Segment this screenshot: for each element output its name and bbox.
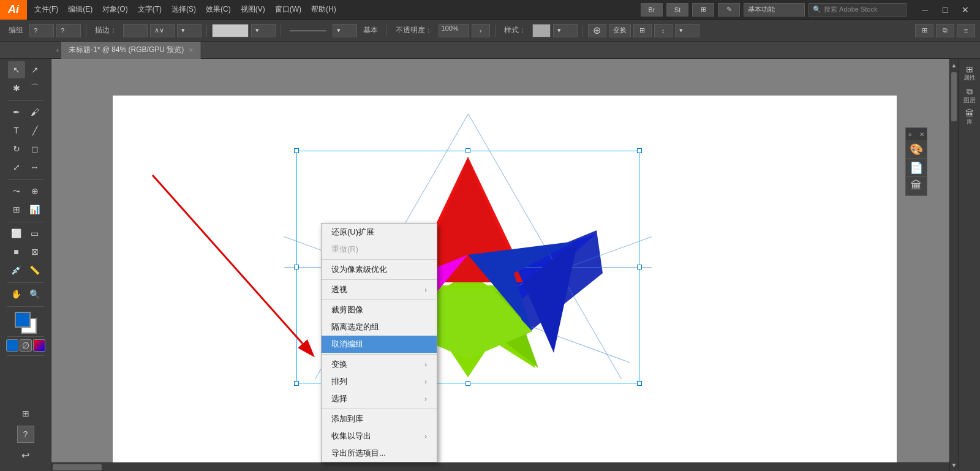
more-options[interactable]: ▾	[675, 24, 699, 37]
rp-layers[interactable]: ⧉ 图层	[960, 86, 979, 104]
handle-bottom-right[interactable]	[637, 381, 642, 386]
panel-btn[interactable]: ⧉	[936, 24, 954, 37]
width-tool[interactable]: ↔	[26, 159, 43, 176]
tab-scroll-left[interactable]: ‹	[54, 46, 61, 55]
transform-icon[interactable]: ⊕	[588, 24, 606, 37]
rp-libraries[interactable]: 🏛 库	[960, 108, 979, 126]
brush-tool[interactable]: 🖌	[26, 104, 43, 121]
symbol-tool[interactable]: ⊞	[8, 201, 25, 218]
measure-tool[interactable]: 📏	[26, 262, 43, 279]
align-icon[interactable]: ⊞	[633, 24, 652, 37]
cm-isolate[interactable]: 隔离选定的组	[322, 318, 437, 336]
handle-middle-right[interactable]	[637, 265, 642, 269]
artboard-tool[interactable]: ⬜	[8, 225, 25, 242]
style-swatch[interactable]	[532, 24, 551, 37]
vscroll-down[interactable]: ▼	[950, 459, 958, 471]
handle-top-right[interactable]	[637, 148, 642, 153]
question-btn[interactable]: ?	[17, 426, 34, 443]
fill-gradient[interactable]	[33, 339, 45, 352]
scale-tool[interactable]: ⤢	[8, 159, 25, 176]
opacity-more[interactable]: ›	[472, 24, 490, 37]
cm-select[interactable]: 选择 ›	[322, 390, 437, 407]
menu-view[interactable]: 视图(V)	[236, 0, 270, 19]
fill-none[interactable]: ∅	[20, 339, 32, 352]
color-swatch[interactable]	[212, 24, 249, 37]
mini-panel-document[interactable]: 📄	[906, 159, 927, 177]
tool-option-1[interactable]: ?	[29, 24, 54, 37]
close-button[interactable]: ✕	[956, 3, 975, 17]
tab-close-icon[interactable]: ×	[189, 46, 193, 55]
cm-arrange[interactable]: 排列 ›	[322, 373, 437, 390]
direct-select-tool[interactable]: ↗	[26, 61, 43, 78]
st-icon[interactable]: St	[666, 3, 688, 17]
fill-normal[interactable]	[6, 339, 18, 352]
minimize-button[interactable]: ─	[915, 3, 935, 17]
cm-pixel-optimize[interactable]: 设为像素级优化	[322, 261, 437, 278]
pen-tool-2[interactable]: ✒	[8, 104, 25, 121]
doc-tab-1[interactable]: 未标题-1* @ 84% (RGB/GPU 预览) ×	[61, 42, 201, 59]
column-tool[interactable]: 📊	[26, 201, 43, 218]
type-tool[interactable]: T	[8, 122, 25, 139]
vscroll-up[interactable]: ▲	[950, 59, 958, 71]
menu-file[interactable]: 文件(F)	[29, 0, 63, 19]
cm-redo[interactable]: 重做(R)	[322, 241, 437, 258]
menu-object[interactable]: 对象(O)	[97, 0, 132, 19]
transform-btn[interactable]: 变换	[609, 24, 631, 37]
vscroll-thumb[interactable]	[951, 72, 957, 121]
workspace-dropdown[interactable]: 基本功能	[744, 3, 805, 17]
mini-panel-libraries[interactable]: 🏛	[906, 177, 927, 195]
cm-undo[interactable]: 还原(U)扩展	[322, 224, 437, 241]
line-tool[interactable]: ╱	[26, 122, 43, 139]
hand-tool[interactable]: ✋	[8, 285, 25, 303]
menu-window[interactable]: 窗口(W)	[270, 0, 306, 19]
select-tool[interactable]: ↖	[8, 61, 25, 78]
rectangle-tool[interactable]: ▭	[26, 225, 43, 242]
cm-ungroup[interactable]: 取消编组	[322, 336, 437, 353]
handle-top-center[interactable]	[466, 148, 470, 153]
menu-text[interactable]: 文字(T)	[133, 0, 167, 19]
horizontal-scrollbar[interactable]	[51, 462, 949, 471]
eyedropper-tool[interactable]: 💉	[8, 262, 25, 279]
vertical-scrollbar[interactable]: ▲ ▼	[949, 59, 958, 471]
workspace-layout[interactable]: ⊞	[692, 3, 714, 17]
warp-tool[interactable]: ⤳	[8, 183, 25, 200]
handle-bottom-center[interactable]	[466, 381, 470, 386]
handle-middle-left[interactable]	[294, 265, 299, 269]
cm-addlib[interactable]: 添加到库	[322, 410, 437, 428]
stroke-unit[interactable]: ∧∨	[150, 24, 175, 37]
stroke-value[interactable]	[123, 24, 148, 37]
br-icon[interactable]: Br	[641, 3, 663, 17]
maximize-button[interactable]: □	[935, 3, 955, 17]
menu-edit[interactable]: 编辑(E)	[63, 0, 97, 19]
workspace-pen[interactable]: ✎	[718, 3, 740, 17]
stroke-style[interactable]: ▾	[333, 24, 357, 37]
arrange-icon[interactable]: ↕	[654, 24, 673, 37]
tool-option-2[interactable]: ?	[56, 24, 81, 37]
gradient-tool[interactable]: ■	[8, 243, 25, 260]
mesh-tool[interactable]: ⊠	[26, 243, 43, 260]
cm-perspective[interactable]: 透视 ›	[322, 281, 437, 298]
blend-tool[interactable]: ⊕	[26, 183, 43, 200]
cm-crop[interactable]: 裁剪图像	[322, 301, 437, 318]
panel-toggle[interactable]: ⊞	[915, 24, 933, 37]
stroke-dropdown[interactable]: ▾	[177, 24, 202, 37]
eraser-tool[interactable]: ◻	[26, 140, 43, 157]
color-dropdown[interactable]: ▾	[251, 24, 276, 37]
rp-properties[interactable]: ⊞ 属性	[960, 64, 979, 82]
handle-top-left[interactable]	[294, 148, 299, 153]
cm-export[interactable]: 导出所选项目...	[322, 445, 437, 462]
lasso-tool[interactable]: ⌒	[26, 80, 43, 97]
menu-effect[interactable]: 效果(C)	[201, 0, 236, 19]
menu-help[interactable]: 帮助(H)	[306, 0, 341, 19]
zoom-tool[interactable]: 🔍	[26, 285, 43, 303]
cm-collect[interactable]: 收集以导出 ›	[322, 428, 437, 445]
screen-mode-btn[interactable]: ⊞	[17, 405, 34, 422]
handle-bottom-left[interactable]	[294, 381, 299, 386]
foreground-color-swatch[interactable]	[15, 312, 31, 328]
hscroll-thumb[interactable]	[53, 464, 102, 470]
pen-tool[interactable]: ✱	[8, 80, 25, 97]
mini-panel-colors[interactable]: 🎨	[906, 140, 927, 159]
mini-panel-close[interactable]: ✕	[919, 131, 924, 138]
rotate-tool[interactable]: ↻	[8, 140, 25, 157]
style-dropdown[interactable]: ▾	[553, 24, 578, 37]
